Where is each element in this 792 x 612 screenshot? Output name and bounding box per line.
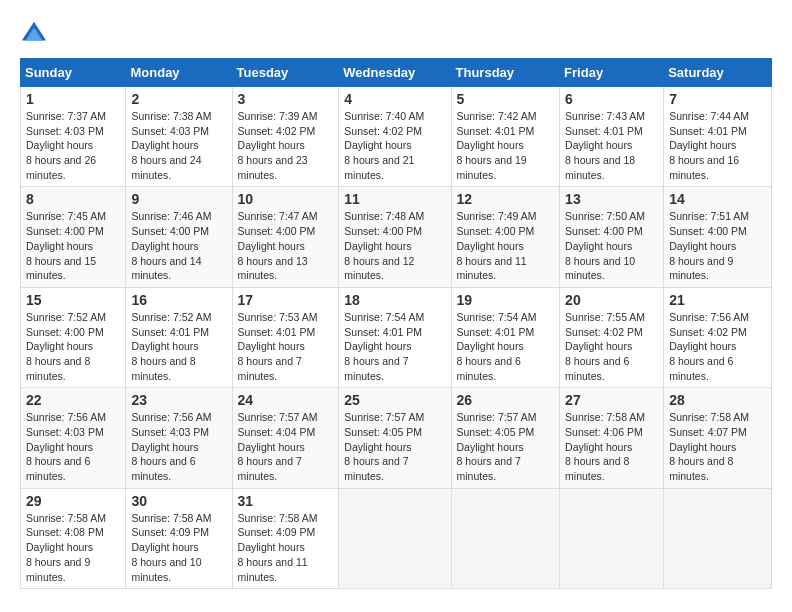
day-info: Sunrise: 7:37 AMSunset: 4:03 PMDaylight … xyxy=(26,110,106,181)
calendar-cell: 20 Sunrise: 7:55 AMSunset: 4:02 PMDaylig… xyxy=(560,287,664,387)
calendar-cell: 29 Sunrise: 7:58 AMSunset: 4:08 PMDaylig… xyxy=(21,488,126,588)
day-number: 7 xyxy=(669,91,766,107)
calendar-cell: 30 Sunrise: 7:58 AMSunset: 4:09 PMDaylig… xyxy=(126,488,232,588)
day-number: 9 xyxy=(131,191,226,207)
calendar-cell: 13 Sunrise: 7:50 AMSunset: 4:00 PMDaylig… xyxy=(560,187,664,287)
day-info: Sunrise: 7:56 AMSunset: 4:02 PMDaylight … xyxy=(669,311,749,382)
logo xyxy=(20,20,52,48)
day-info: Sunrise: 7:57 AMSunset: 4:05 PMDaylight … xyxy=(457,411,537,482)
calendar-cell: 28 Sunrise: 7:58 AMSunset: 4:07 PMDaylig… xyxy=(664,388,772,488)
day-info: Sunrise: 7:58 AMSunset: 4:06 PMDaylight … xyxy=(565,411,645,482)
day-number: 6 xyxy=(565,91,658,107)
day-info: Sunrise: 7:57 AMSunset: 4:04 PMDaylight … xyxy=(238,411,318,482)
day-info: Sunrise: 7:47 AMSunset: 4:00 PMDaylight … xyxy=(238,210,318,281)
calendar-cell xyxy=(451,488,560,588)
calendar-cell: 16 Sunrise: 7:52 AMSunset: 4:01 PMDaylig… xyxy=(126,287,232,387)
weekday-header-monday: Monday xyxy=(126,59,232,87)
day-info: Sunrise: 7:54 AMSunset: 4:01 PMDaylight … xyxy=(457,311,537,382)
calendar-cell: 11 Sunrise: 7:48 AMSunset: 4:00 PMDaylig… xyxy=(339,187,451,287)
calendar-cell xyxy=(664,488,772,588)
calendar-cell xyxy=(560,488,664,588)
calendar-cell: 14 Sunrise: 7:51 AMSunset: 4:00 PMDaylig… xyxy=(664,187,772,287)
calendar-cell xyxy=(339,488,451,588)
day-info: Sunrise: 7:39 AMSunset: 4:02 PMDaylight … xyxy=(238,110,318,181)
day-info: Sunrise: 7:57 AMSunset: 4:05 PMDaylight … xyxy=(344,411,424,482)
day-number: 4 xyxy=(344,91,445,107)
day-number: 27 xyxy=(565,392,658,408)
day-info: Sunrise: 7:42 AMSunset: 4:01 PMDaylight … xyxy=(457,110,537,181)
day-number: 10 xyxy=(238,191,334,207)
weekday-header-sunday: Sunday xyxy=(21,59,126,87)
day-number: 23 xyxy=(131,392,226,408)
day-number: 1 xyxy=(26,91,120,107)
calendar-cell: 31 Sunrise: 7:58 AMSunset: 4:09 PMDaylig… xyxy=(232,488,339,588)
weekday-header-thursday: Thursday xyxy=(451,59,560,87)
calendar-cell: 5 Sunrise: 7:42 AMSunset: 4:01 PMDayligh… xyxy=(451,87,560,187)
calendar-cell: 21 Sunrise: 7:56 AMSunset: 4:02 PMDaylig… xyxy=(664,287,772,387)
day-number: 19 xyxy=(457,292,555,308)
day-number: 12 xyxy=(457,191,555,207)
day-number: 28 xyxy=(669,392,766,408)
day-info: Sunrise: 7:45 AMSunset: 4:00 PMDaylight … xyxy=(26,210,106,281)
day-number: 5 xyxy=(457,91,555,107)
calendar-cell: 24 Sunrise: 7:57 AMSunset: 4:04 PMDaylig… xyxy=(232,388,339,488)
day-info: Sunrise: 7:58 AMSunset: 4:09 PMDaylight … xyxy=(238,512,318,583)
calendar-cell: 25 Sunrise: 7:57 AMSunset: 4:05 PMDaylig… xyxy=(339,388,451,488)
day-number: 15 xyxy=(26,292,120,308)
day-number: 2 xyxy=(131,91,226,107)
day-info: Sunrise: 7:55 AMSunset: 4:02 PMDaylight … xyxy=(565,311,645,382)
day-number: 31 xyxy=(238,493,334,509)
day-info: Sunrise: 7:54 AMSunset: 4:01 PMDaylight … xyxy=(344,311,424,382)
day-info: Sunrise: 7:52 AMSunset: 4:00 PMDaylight … xyxy=(26,311,106,382)
calendar-week-1: 1 Sunrise: 7:37 AMSunset: 4:03 PMDayligh… xyxy=(21,87,772,187)
weekday-header-tuesday: Tuesday xyxy=(232,59,339,87)
calendar-cell: 26 Sunrise: 7:57 AMSunset: 4:05 PMDaylig… xyxy=(451,388,560,488)
day-number: 22 xyxy=(26,392,120,408)
day-info: Sunrise: 7:53 AMSunset: 4:01 PMDaylight … xyxy=(238,311,318,382)
calendar-cell: 7 Sunrise: 7:44 AMSunset: 4:01 PMDayligh… xyxy=(664,87,772,187)
calendar-cell: 6 Sunrise: 7:43 AMSunset: 4:01 PMDayligh… xyxy=(560,87,664,187)
day-number: 11 xyxy=(344,191,445,207)
day-info: Sunrise: 7:56 AMSunset: 4:03 PMDaylight … xyxy=(26,411,106,482)
day-info: Sunrise: 7:46 AMSunset: 4:00 PMDaylight … xyxy=(131,210,211,281)
weekday-header-friday: Friday xyxy=(560,59,664,87)
calendar-cell: 18 Sunrise: 7:54 AMSunset: 4:01 PMDaylig… xyxy=(339,287,451,387)
day-info: Sunrise: 7:58 AMSunset: 4:08 PMDaylight … xyxy=(26,512,106,583)
day-number: 14 xyxy=(669,191,766,207)
day-info: Sunrise: 7:43 AMSunset: 4:01 PMDaylight … xyxy=(565,110,645,181)
calendar-cell: 3 Sunrise: 7:39 AMSunset: 4:02 PMDayligh… xyxy=(232,87,339,187)
logo-icon xyxy=(20,20,48,48)
day-number: 25 xyxy=(344,392,445,408)
day-info: Sunrise: 7:44 AMSunset: 4:01 PMDaylight … xyxy=(669,110,749,181)
day-number: 16 xyxy=(131,292,226,308)
calendar-week-5: 29 Sunrise: 7:58 AMSunset: 4:08 PMDaylig… xyxy=(21,488,772,588)
day-info: Sunrise: 7:38 AMSunset: 4:03 PMDaylight … xyxy=(131,110,211,181)
calendar-cell: 27 Sunrise: 7:58 AMSunset: 4:06 PMDaylig… xyxy=(560,388,664,488)
day-number: 26 xyxy=(457,392,555,408)
calendar-cell: 9 Sunrise: 7:46 AMSunset: 4:00 PMDayligh… xyxy=(126,187,232,287)
calendar-cell: 17 Sunrise: 7:53 AMSunset: 4:01 PMDaylig… xyxy=(232,287,339,387)
calendar-cell: 1 Sunrise: 7:37 AMSunset: 4:03 PMDayligh… xyxy=(21,87,126,187)
calendar-cell: 12 Sunrise: 7:49 AMSunset: 4:00 PMDaylig… xyxy=(451,187,560,287)
day-number: 17 xyxy=(238,292,334,308)
calendar-cell: 10 Sunrise: 7:47 AMSunset: 4:00 PMDaylig… xyxy=(232,187,339,287)
page-header xyxy=(20,20,772,48)
calendar-cell: 23 Sunrise: 7:56 AMSunset: 4:03 PMDaylig… xyxy=(126,388,232,488)
day-info: Sunrise: 7:52 AMSunset: 4:01 PMDaylight … xyxy=(131,311,211,382)
calendar-cell: 2 Sunrise: 7:38 AMSunset: 4:03 PMDayligh… xyxy=(126,87,232,187)
day-number: 29 xyxy=(26,493,120,509)
day-info: Sunrise: 7:58 AMSunset: 4:07 PMDaylight … xyxy=(669,411,749,482)
day-number: 18 xyxy=(344,292,445,308)
day-info: Sunrise: 7:56 AMSunset: 4:03 PMDaylight … xyxy=(131,411,211,482)
calendar-week-2: 8 Sunrise: 7:45 AMSunset: 4:00 PMDayligh… xyxy=(21,187,772,287)
calendar-cell: 4 Sunrise: 7:40 AMSunset: 4:02 PMDayligh… xyxy=(339,87,451,187)
calendar-cell: 8 Sunrise: 7:45 AMSunset: 4:00 PMDayligh… xyxy=(21,187,126,287)
day-number: 3 xyxy=(238,91,334,107)
calendar-cell: 19 Sunrise: 7:54 AMSunset: 4:01 PMDaylig… xyxy=(451,287,560,387)
calendar-week-4: 22 Sunrise: 7:56 AMSunset: 4:03 PMDaylig… xyxy=(21,388,772,488)
day-number: 13 xyxy=(565,191,658,207)
calendar-week-3: 15 Sunrise: 7:52 AMSunset: 4:00 PMDaylig… xyxy=(21,287,772,387)
day-info: Sunrise: 7:48 AMSunset: 4:00 PMDaylight … xyxy=(344,210,424,281)
day-number: 24 xyxy=(238,392,334,408)
day-number: 30 xyxy=(131,493,226,509)
